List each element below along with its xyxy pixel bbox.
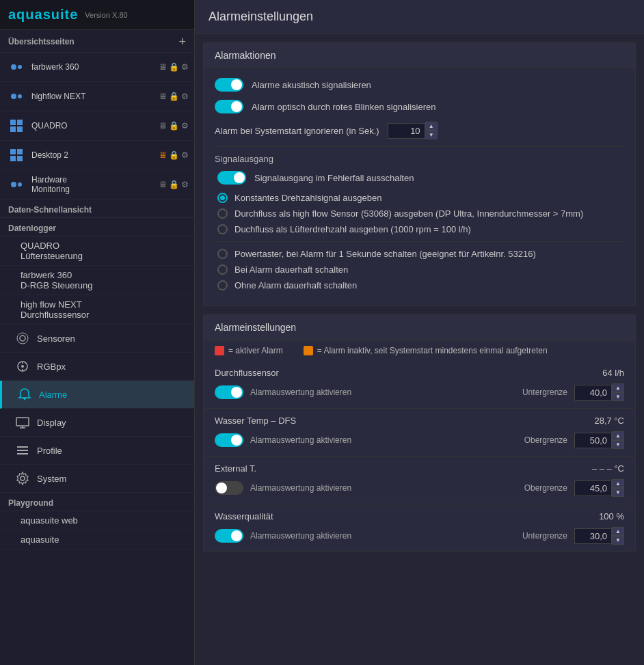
toggle-alarm-3[interactable] <box>215 529 243 543</box>
delay-row: Alarm bei Systemstart ignorieren (in Sek… <box>215 122 624 139</box>
limit-input-2[interactable] <box>574 480 612 496</box>
datalogger-section[interactable]: Datenlogger <box>0 218 194 236</box>
radio-luefter-label: Duchfluss als Lüfterdrehzahl ausgeben (1… <box>234 224 471 234</box>
limit-input-0[interactable] <box>574 385 612 401</box>
gear-icon[interactable]: ⚙ <box>181 121 189 131</box>
nav-item-actions: 🖥 🔒 ⚙ <box>159 180 189 189</box>
lock-icon: 🔒 <box>169 62 179 72</box>
nav-item-desktop2[interactable]: Desktop 2 🖥 🔒 ⚙ <box>0 141 194 170</box>
nav-item-highflownext[interactable]: highflow NEXT 🖥 🔒 ⚙ <box>0 82 194 111</box>
device-label: high flow NEXTDurchflusssensor <box>21 299 89 320</box>
active-dot <box>215 346 224 355</box>
menu-rgbpx[interactable]: RGBpx <box>0 353 194 381</box>
toggle-acoustic-label: Alarme akustisch signalisieren <box>252 80 371 90</box>
toggle-alarm-1[interactable] <box>215 433 243 447</box>
toggle-signal[interactable] <box>217 171 246 185</box>
nav-item-actions: 🖥 🔒 ⚙ <box>159 92 189 101</box>
hw-icon <box>5 174 27 195</box>
radio-alarm-on[interactable] <box>217 264 228 275</box>
farbwerk360-icon <box>5 56 27 78</box>
monitor-icon: 🖥 <box>159 180 167 189</box>
nav-desktop2-label: Desktop 2 <box>31 150 159 160</box>
nav-item-hwmonitoring[interactable]: HardwareMonitoring 🖥 🔒 ⚙ <box>0 170 194 200</box>
radio-power[interactable] <box>217 249 228 259</box>
limit-increment-2[interactable]: ▲ <box>612 479 624 488</box>
app-header: aquasuite Version X.80 <box>0 0 194 30</box>
gear-icon[interactable]: ⚙ <box>181 62 189 72</box>
limit-input-wrap-1: ▲ ▼ <box>574 431 624 449</box>
nav-item-farbwerk360[interactable]: farbwerk 360 🖥 🔒 ⚙ <box>0 53 194 82</box>
nav-hwmonitoring-label: HardwareMonitoring <box>31 175 159 194</box>
toggle-acoustic[interactable] <box>215 78 243 92</box>
limit-spinner-2: ▲ ▼ <box>612 479 624 497</box>
device-quadro-luefter[interactable]: QUADROLüftersteuerung <box>0 236 194 266</box>
nav-quadro-label: QUADRO <box>31 121 159 131</box>
limit-increment-1[interactable]: ▲ <box>612 431 624 440</box>
inactive-dot <box>304 346 313 355</box>
device-highflow-sensor[interactable]: high flow NEXTDurchflusssensor <box>0 295 194 325</box>
alarm-row-2: External T. – – – °C Alarmauswertung akt… <box>204 457 635 504</box>
playground-section: Playground <box>0 493 194 511</box>
nav-item-quadro[interactable]: QUADRO 🖥 🔒 ⚙ <box>0 111 194 141</box>
toggle-row-acoustic: Alarme akustisch signalisieren <box>215 78 624 92</box>
signal-off-label: Signalausgang im Fehlerfall ausschalten <box>254 173 414 183</box>
sensoren-label: Sensoren <box>37 334 75 344</box>
alarm-row-1: Wasser Temp – DFS 28,7 °C Alarmauswertun… <box>204 409 635 457</box>
playground-aquasuite-label: aquasuite <box>21 534 59 545</box>
playground-aquasuite[interactable]: aquasuite <box>0 530 194 549</box>
radio-luefter[interactable] <box>217 224 228 234</box>
radio-no-alarm[interactable] <box>217 280 228 290</box>
lock-icon: 🔒 <box>169 121 179 131</box>
gear-icon[interactable]: ⚙ <box>181 150 189 160</box>
limit-decrement-0[interactable]: ▼ <box>612 392 624 401</box>
limit-decrement-1[interactable]: ▼ <box>612 440 624 449</box>
menu-display[interactable]: Display <box>0 409 194 437</box>
lock-icon: 🔒 <box>169 180 179 189</box>
app-version: Version X.80 <box>85 11 127 19</box>
menu-alarme[interactable]: Alarme <box>0 381 194 409</box>
toggle-alarm-2[interactable] <box>215 481 243 495</box>
alarmeinstellungen-header: Alarmeinstellungen <box>204 315 635 340</box>
gear-icon[interactable]: ⚙ <box>181 180 189 189</box>
radio-row-power: Powertaster, bei Alarm für 1 Sekunde sch… <box>215 249 624 259</box>
alarm-row-bottom-0: Alarmauswertung aktivieren Untergrenze ▲… <box>215 383 624 401</box>
device-label: QUADROLüftersteuerung <box>21 241 83 261</box>
data-quickview-label: Daten-Schnellansicht <box>8 205 92 215</box>
menu-sensoren[interactable]: Sensoren <box>0 325 194 353</box>
radio-constant[interactable] <box>217 193 228 203</box>
delay-increment[interactable]: ▲ <box>425 122 438 131</box>
monitor-icon: 🖥 <box>159 62 167 72</box>
limit-decrement-3[interactable]: ▼ <box>612 536 624 545</box>
sensor-icon <box>14 329 31 347</box>
system-gear-icon <box>14 470 31 487</box>
limit-input-3[interactable] <box>574 528 612 544</box>
radio-row-luefter: Duchfluss als Lüfterdrehzahl ausgeben (1… <box>215 224 624 234</box>
legend-row: = aktiver Alarm = Alarm inaktiv, seit Sy… <box>204 340 635 361</box>
gear-icon[interactable]: ⚙ <box>181 92 189 101</box>
activation-label-3: Alarmauswertung aktivieren <box>250 531 509 541</box>
data-quickview-section[interactable]: Daten-Schnellansicht <box>0 200 194 218</box>
toggle-optical[interactable] <box>215 100 243 113</box>
playground-web[interactable]: aquasuite web <box>0 511 194 530</box>
limit-type-2: Obergrenze <box>524 483 567 493</box>
main-content: Alarmeinstellungen Alarmaktionen Alarme … <box>195 0 644 665</box>
limit-increment-0[interactable]: ▲ <box>612 383 624 392</box>
limit-decrement-2[interactable]: ▼ <box>612 488 624 497</box>
limit-input-1[interactable] <box>574 433 612 448</box>
alarm-row-top-2: External T. – – – °C <box>215 463 624 474</box>
overview-section-label: Übersichtsseiten <box>8 37 75 46</box>
sensor-name-2: External T. <box>215 463 256 474</box>
toggle-alarm-0[interactable] <box>215 385 243 399</box>
delay-input[interactable] <box>388 123 425 139</box>
limit-increment-3[interactable]: ▲ <box>612 527 624 536</box>
menu-system[interactable]: System <box>0 465 194 493</box>
device-farbwerk360-drgb[interactable]: farbwerk 360D-RGB Steuerung <box>0 266 194 295</box>
delay-decrement[interactable]: ▼ <box>425 131 438 139</box>
sensor-name-1: Wasser Temp – DFS <box>215 416 296 426</box>
add-overview-button[interactable]: + <box>178 36 186 48</box>
radio-highflow[interactable] <box>217 208 228 219</box>
radio-constant-label: Konstantes Drehzahlsignal ausgeben <box>234 193 381 203</box>
rgbpx-label: RGBpx <box>37 362 66 372</box>
menu-profile[interactable]: Profile <box>0 437 194 465</box>
alarm-row-top-3: Wasserqualität 100 % <box>215 511 624 521</box>
